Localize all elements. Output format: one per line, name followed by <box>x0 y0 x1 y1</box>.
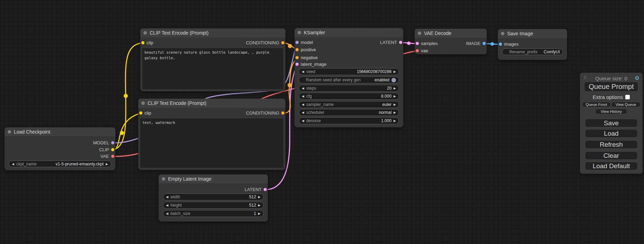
input-slot-negative[interactable] <box>295 56 299 59</box>
input-slot-positive[interactable] <box>295 48 299 51</box>
node-ksampler[interactable]: KSampler model LATENT positive negative … <box>294 28 403 127</box>
collapse-dot-icon[interactable] <box>162 177 165 181</box>
decrement-arrow-icon[interactable]: ◀ <box>302 109 304 116</box>
output-slot-latent[interactable] <box>264 188 267 191</box>
node-title-bar[interactable]: Load Checkpoint <box>5 127 115 136</box>
node-title-bar[interactable]: Empty Latent Image <box>159 174 268 183</box>
increment-arrow-icon[interactable]: ▶ <box>394 68 396 75</box>
widget-width[interactable]: ◀ width 512 ▶ <box>163 193 264 200</box>
node-vae-decode[interactable]: VAE Decode samples IMAGE vae <box>415 29 487 54</box>
collapse-dot-icon[interactable] <box>143 31 147 35</box>
collapse-dot-icon[interactable] <box>141 101 145 105</box>
widget-sampler-name[interactable]: ◀ sampler_name euler ▶ <box>299 101 399 108</box>
decrement-arrow-icon[interactable]: ◀ <box>166 210 168 217</box>
view-queue-button[interactable]: View Queue <box>611 102 641 107</box>
node-title-bar[interactable]: CLIP Text Encode (Prompt) <box>138 99 285 108</box>
increment-arrow-icon[interactable]: ▶ <box>394 109 396 116</box>
widget-steps[interactable]: ◀ steps 20 ▶ <box>299 85 399 92</box>
node-load-checkpoint[interactable]: Load Checkpoint MODEL CLIP VAE ◀ ckpt_na… <box>5 127 115 170</box>
output-slot-model[interactable] <box>111 141 114 144</box>
node-title: Save Image <box>507 31 533 36</box>
widget-value: 512 <box>249 203 256 208</box>
collapse-dot-icon[interactable] <box>298 31 301 34</box>
input-slot-images[interactable] <box>499 43 502 46</box>
decrement-arrow-icon[interactable]: ◀ <box>302 93 304 100</box>
decrement-arrow-icon[interactable]: ◀ <box>302 117 304 124</box>
node-graph-canvas[interactable]: Load Checkpoint MODEL CLIP VAE ◀ ckpt_na… <box>0 0 644 244</box>
widget-denoise[interactable]: ◀ denoise 1.000 ▶ <box>299 117 399 124</box>
view-history-button[interactable]: View History <box>595 109 627 114</box>
widget-height[interactable]: ◀ height 512 ▶ <box>163 202 264 209</box>
node-title-bar[interactable]: KSampler <box>294 28 403 37</box>
widget-value: v1-5-pruned-emaonly.ckpt <box>56 162 104 166</box>
node-empty-latent-image[interactable]: Empty Latent Image LATENT ◀ width 512 ▶ … <box>159 174 268 222</box>
load-button[interactable]: Load <box>585 129 638 138</box>
decrement-arrow-icon[interactable]: ◀ <box>166 193 168 200</box>
output-slot-vae[interactable] <box>111 155 114 158</box>
output-label-latent: LATENT <box>245 187 262 193</box>
widget-scheduler[interactable]: ◀ scheduler normal ▶ <box>299 109 399 116</box>
node-save-image[interactable]: Save Image images filename_prefix ComfyU… <box>498 29 567 60</box>
decrement-arrow-icon[interactable]: ◀ <box>166 202 168 209</box>
node-title-bar[interactable]: Save Image <box>498 29 567 38</box>
save-button[interactable]: Save <box>585 119 638 127</box>
decrement-arrow-icon[interactable]: ◀ <box>302 85 304 92</box>
output-slot-image[interactable] <box>483 42 486 45</box>
decrement-arrow-icon[interactable]: ◀ <box>302 68 304 75</box>
queue-prompt-button[interactable]: Queue Prompt <box>584 82 638 92</box>
output-label-model: MODEL <box>93 140 109 146</box>
load-default-button[interactable]: Load Default <box>585 162 638 170</box>
widget-label: batch_size <box>170 211 190 216</box>
collapse-dot-icon[interactable] <box>8 130 11 134</box>
output-slot-conditioning[interactable] <box>281 111 284 115</box>
positive-prompt-textarea[interactable]: beautiful scenery nature glass bottle la… <box>142 48 283 89</box>
decrement-arrow-icon[interactable]: ◀ <box>12 161 14 168</box>
output-label-latent: LATENT <box>380 39 397 46</box>
input-slot-latent-image[interactable] <box>295 63 299 66</box>
output-slot-clip[interactable] <box>111 148 114 151</box>
node-title-bar[interactable]: CLIP Text Encode (Prompt) <box>140 28 285 37</box>
extra-options-checkbox[interactable] <box>625 95 630 99</box>
input-slot-samples[interactable] <box>416 42 419 45</box>
input-slot-clip[interactable] <box>139 111 142 115</box>
settings-gear-icon[interactable]: ⚙ <box>635 75 639 81</box>
widget-seed[interactable]: ◀ seed 156680208700286 ▶ <box>299 68 399 75</box>
widget-random-seed[interactable]: Random seed after every gen enabled <box>299 76 399 83</box>
clear-button[interactable]: Clear <box>585 151 638 160</box>
node-clip-text-encode-negative[interactable]: CLIP Text Encode (Prompt) clip CONDITION… <box>138 99 285 170</box>
input-label-samples: samples <box>421 40 438 47</box>
widget-cfg[interactable]: ◀ cfg 8.000 ▶ <box>299 93 399 100</box>
negative-prompt-textarea[interactable]: text, watermark <box>140 118 283 168</box>
collapse-dot-icon[interactable] <box>418 31 421 35</box>
increment-arrow-icon[interactable]: ▶ <box>258 202 261 209</box>
widget-ckpt-name[interactable]: ◀ ckpt_name v1-5-pruned-emaonly.ckpt ▶ <box>9 161 111 167</box>
input-slot-vae[interactable] <box>416 49 419 52</box>
widget-label: denoise <box>306 118 321 123</box>
increment-arrow-icon[interactable]: ▶ <box>258 210 261 217</box>
widget-value: euler <box>382 102 391 107</box>
widget-label: sampler_name <box>306 102 334 107</box>
increment-arrow-icon[interactable]: ▶ <box>394 93 396 100</box>
output-slot-latent[interactable] <box>399 41 402 44</box>
increment-arrow-icon[interactable]: ▶ <box>394 85 396 92</box>
widget-value: 512 <box>249 195 256 199</box>
output-slot-conditioning[interactable] <box>281 41 284 44</box>
node-clip-text-encode-positive[interactable]: CLIP Text Encode (Prompt) clip CONDITION… <box>140 28 285 91</box>
refresh-button[interactable]: Refresh <box>585 140 638 149</box>
input-slot-clip[interactable] <box>141 41 144 44</box>
node-title-bar[interactable]: VAE Decode <box>415 29 487 38</box>
toggle-knob[interactable] <box>391 78 396 82</box>
link-midpoint-dot <box>288 83 292 87</box>
increment-arrow-icon[interactable]: ▶ <box>394 117 396 124</box>
decrement-arrow-icon[interactable]: ◀ <box>302 101 304 108</box>
widget-filename-prefix[interactable]: filename_prefix ComfyUI <box>502 48 563 55</box>
widget-label: Random seed after every gen <box>306 78 361 82</box>
increment-arrow-icon[interactable]: ▶ <box>394 101 396 108</box>
widget-batch-size[interactable]: ◀ batch_size 1 ▶ <box>163 210 264 217</box>
increment-arrow-icon[interactable]: ▶ <box>106 161 108 168</box>
queue-front-button[interactable]: Queue Front <box>582 102 611 107</box>
input-slot-model[interactable] <box>295 41 299 44</box>
collapse-dot-icon[interactable] <box>501 32 504 35</box>
increment-arrow-icon[interactable]: ▶ <box>258 193 261 200</box>
output-label-vae: VAE <box>100 153 109 160</box>
